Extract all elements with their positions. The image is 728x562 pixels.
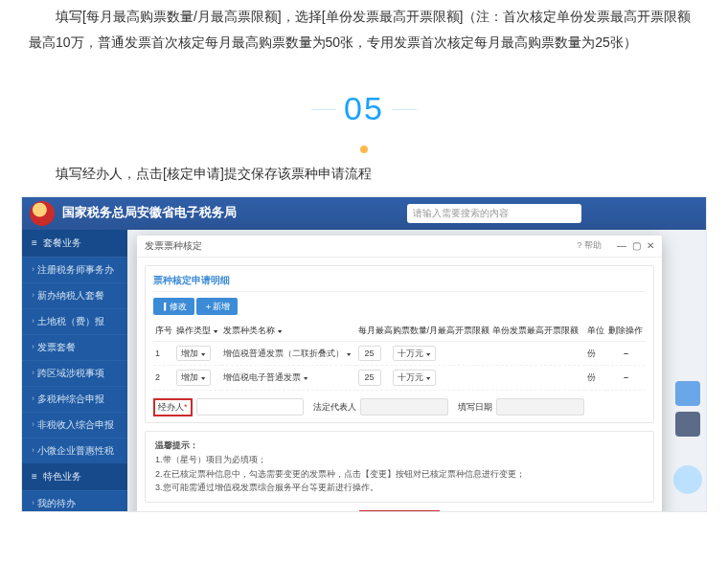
delete-row-button[interactable]: – <box>624 372 628 382</box>
date-input <box>496 398 584 416</box>
col-unit: 单位 <box>585 321 606 341</box>
submit-highlight: 核定申请 <box>359 510 440 512</box>
invoice-name: 增值税普通发票（二联折叠式） <box>223 348 344 358</box>
float-action-button[interactable] <box>675 381 700 406</box>
float-action-button[interactable] <box>675 412 700 437</box>
chevron-down-icon: ▾ <box>214 327 218 336</box>
app-screenshot: 国家税务总局安徽省电子税务局 请输入需要搜索的内容 ≡ 套餐业务 注册税务师事务… <box>21 196 707 512</box>
tip-line: 3.您可能需通过增值税发票综合服务平台等更新进行操作。 <box>155 482 644 494</box>
chevron-down-icon: ▾ <box>201 349 206 358</box>
sidebar-group-suite[interactable]: ≡ 套餐业务 <box>22 230 127 257</box>
minimize-icon[interactable]: — <box>617 239 626 253</box>
left-sidebar: ≡ 套餐业务 注册税务师事务办 新办纳税人套餐 土地税（费）报 发票套餐 跨区域… <box>22 230 127 511</box>
step-dot <box>360 146 368 153</box>
step-marker: 05 <box>0 78 728 153</box>
op-select[interactable]: 增加 ▾ <box>176 370 211 386</box>
limit-select[interactable]: 十万元 ▾ <box>393 370 436 386</box>
modify-button[interactable]: ▎修改 <box>153 298 194 316</box>
menu-icon: ≡ <box>32 470 37 483</box>
legal-rep-input <box>360 398 448 416</box>
add-button[interactable]: ＋新增 <box>196 298 238 316</box>
help-link[interactable]: ? 帮助 <box>577 239 602 253</box>
legal-rep-label: 法定代表人 <box>313 401 356 414</box>
step-number: 05 <box>344 78 384 140</box>
app-topbar: 国家税务总局安徽省电子税务局 请输入需要搜索的内容 <box>22 197 706 230</box>
intro-paragraph: 填写[每月最高购票数量/月最高票限额]，选择[单份发票最高开票限额]（注：首次核… <box>29 4 699 55</box>
sidebar-item[interactable]: 多税种综合申报 <box>22 386 127 412</box>
tips-panel: 温馨提示： 1.带（星号）项目为必填项； 2.在已核定票种信息中，勾选需要变更的… <box>145 431 654 503</box>
modal-breadcrumb: 发票票种核定 <box>145 239 202 253</box>
handler-input[interactable] <box>196 398 304 416</box>
maximize-icon[interactable]: ▢ <box>632 239 641 253</box>
sidebar-item[interactable]: 我的待办 <box>22 490 127 512</box>
qty-input[interactable]: 25 <box>358 370 381 386</box>
search-input[interactable]: 请输入需要搜索的内容 <box>407 204 581 223</box>
col-idx: 序号 <box>153 321 174 341</box>
qty-input[interactable]: 25 <box>358 346 381 362</box>
sidebar-group-label: 特色业务 <box>43 470 81 483</box>
assistant-avatar-icon[interactable] <box>673 465 702 494</box>
sidebar-group-feature[interactable]: ≡ 特色业务 <box>22 463 127 490</box>
handler-label: 经办人 <box>158 401 184 414</box>
col-limit: 每月最高购票数量/月最高开票限额 单份发票最高开票限额 <box>356 321 585 341</box>
close-icon[interactable]: ✕ <box>647 239 654 253</box>
col-op: 操作类型 ▾ <box>174 321 221 341</box>
tip-line: 2.在已核定票种信息中，勾选需要变更的发票种，点击【变更】按钮对已核定票种信息进… <box>155 468 644 481</box>
search-placeholder: 请输入需要搜索的内容 <box>413 207 509 220</box>
date-label: 填写日期 <box>458 401 492 414</box>
invoice-type-modal: 发票票种核定 ? 帮助 — ▢ ✕ 票种核定申请明细 ▎修改 ＋新增 <box>137 236 662 512</box>
sidebar-item[interactable]: 非税收入综合申报 <box>22 412 127 438</box>
sidebar-item[interactable]: 土地税（费）报 <box>22 308 127 334</box>
delete-row-button[interactable]: – <box>624 348 628 358</box>
step-text: 填写经办人，点击[核定申请]提交保存该票种申请流程 <box>0 153 728 196</box>
chevron-down-icon: ▾ <box>347 349 352 358</box>
invoice-type-table: 序号 操作类型 ▾ 发票种类名称 ▾ 每月最高购票数量/月最高开票限额 单份发票… <box>153 321 646 391</box>
table-row: 2 增加 ▾ 增值税电子普通发票 ▾ 25 十万元 ▾ 份 – <box>153 366 646 391</box>
required-star-icon: * <box>184 401 188 414</box>
tips-title: 温馨提示： <box>155 439 644 452</box>
invoice-name: 增值税电子普通发票 <box>223 372 301 382</box>
table-row: 1 增加 ▾ 增值税普通发票（二联折叠式） ▾ 25 十万元 ▾ 份 – <box>153 341 646 366</box>
op-select[interactable]: 增加 ▾ <box>176 346 211 362</box>
sidebar-item[interactable]: 发票套餐 <box>22 334 127 360</box>
limit-select[interactable]: 十万元 ▾ <box>393 346 436 362</box>
sidebar-group-label: 套餐业务 <box>43 236 81 250</box>
sidebar-item[interactable]: 跨区域涉税事项 <box>22 360 127 386</box>
chevron-down-icon: ▾ <box>278 327 283 336</box>
tip-line: 1.带（星号）项目为必填项； <box>155 454 644 466</box>
panel-title: 票种核定申请明细 <box>153 274 646 292</box>
sidebar-item[interactable]: 新办纳税人套餐 <box>22 282 127 308</box>
app-title: 国家税务总局安徽省电子税务局 <box>62 204 237 221</box>
handler-highlight: 经办人 * <box>153 398 193 416</box>
tax-bureau-logo-icon <box>30 201 55 226</box>
sidebar-item[interactable]: 注册税务师事务办 <box>22 257 127 282</box>
menu-icon: ≡ <box>32 236 37 250</box>
col-name: 发票种类名称 ▾ <box>221 321 356 341</box>
col-del: 删除操作 <box>606 321 646 341</box>
sidebar-item[interactable]: 小微企业普惠性税 <box>22 438 127 463</box>
